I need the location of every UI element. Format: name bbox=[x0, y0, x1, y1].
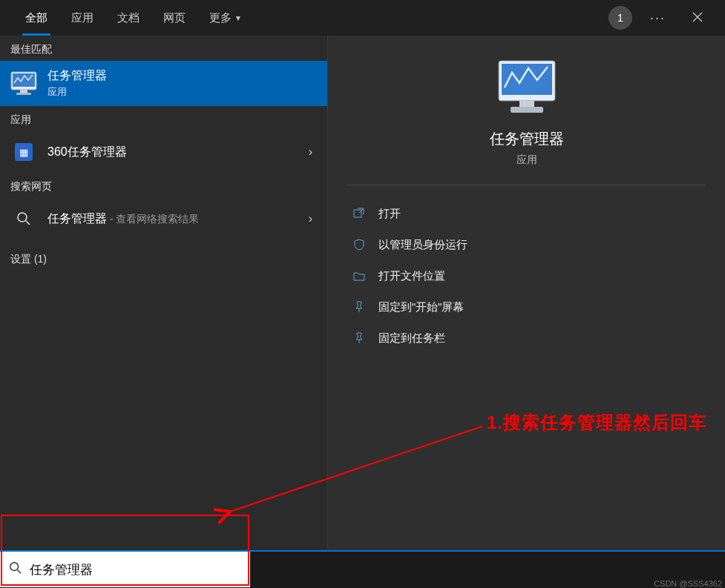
chevron-right-icon[interactable]: › bbox=[304, 212, 317, 225]
result-360-task-manager[interactable]: ▦ 360任务管理器 › bbox=[0, 131, 327, 173]
result-task-manager[interactable]: 任务管理器 应用 bbox=[0, 61, 327, 106]
notification-badge[interactable]: 1 bbox=[608, 6, 632, 30]
svg-rect-8 bbox=[519, 101, 534, 107]
section-best-match: 最佳匹配 bbox=[0, 36, 327, 61]
result-title: 360任务管理器 bbox=[47, 145, 294, 160]
action-label: 固定到任务栏 bbox=[378, 331, 445, 346]
tab-documents[interactable]: 文档 bbox=[105, 0, 151, 36]
action-open-file-location[interactable]: 打开文件位置 bbox=[346, 261, 707, 291]
top-bar: 全部 应用 文档 网页 更多▼ 1 ··· bbox=[0, 0, 725, 36]
detail-title: 任务管理器 bbox=[490, 129, 564, 149]
svg-rect-9 bbox=[511, 107, 543, 113]
section-apps: 应用 bbox=[0, 106, 327, 131]
section-web: 搜索网页 bbox=[0, 173, 327, 198]
task-manager-large-icon bbox=[496, 58, 558, 116]
pin-icon bbox=[352, 331, 367, 346]
folder-icon bbox=[352, 268, 367, 283]
action-open[interactable]: 打开 bbox=[346, 199, 707, 228]
svg-rect-2 bbox=[20, 90, 27, 93]
svg-line-13 bbox=[18, 570, 22, 574]
search-icon bbox=[9, 561, 22, 578]
action-list: 打开 以管理员身份运行 打开文件位置 固定到"开始"屏幕 固定到任务栏 bbox=[346, 199, 707, 353]
section-settings[interactable]: 设置 (1) bbox=[0, 245, 327, 271]
chevron-right-icon[interactable]: › bbox=[304, 145, 317, 159]
filter-tabs: 全部 应用 文档 网页 更多▼ bbox=[13, 0, 254, 36]
action-pin-to-start[interactable]: 固定到"开始"屏幕 bbox=[346, 292, 707, 322]
search-input[interactable] bbox=[30, 562, 241, 577]
tab-all[interactable]: 全部 bbox=[13, 0, 59, 36]
detail-pane: 任务管理器 应用 打开 以管理员身份运行 打开文件位置 固定到"开始"屏幕 bbox=[328, 36, 725, 550]
svg-point-12 bbox=[10, 563, 19, 571]
detail-subtitle: 应用 bbox=[516, 153, 537, 167]
svg-point-4 bbox=[18, 213, 27, 222]
svg-line-5 bbox=[26, 221, 30, 225]
search-bar[interactable] bbox=[0, 550, 250, 587]
tab-web[interactable]: 网页 bbox=[151, 0, 197, 36]
result-web-search[interactable]: 任务管理器 - 查看网络搜索结果 › bbox=[0, 198, 327, 240]
action-label: 固定到"开始"屏幕 bbox=[378, 300, 464, 314]
tab-more[interactable]: 更多▼ bbox=[197, 0, 254, 36]
chevron-down-icon: ▼ bbox=[234, 14, 242, 22]
task-manager-icon bbox=[10, 70, 37, 97]
close-button[interactable] bbox=[683, 4, 712, 32]
result-subtitle: 应用 bbox=[47, 85, 317, 99]
action-label: 打开 bbox=[378, 207, 401, 221]
taskbar-area: CSDN @SSS4362 bbox=[250, 550, 725, 588]
action-pin-to-taskbar[interactable]: 固定到任务栏 bbox=[346, 323, 707, 353]
result-title: 任务管理器 bbox=[47, 68, 317, 84]
svg-rect-10 bbox=[354, 210, 361, 217]
svg-rect-3 bbox=[16, 93, 31, 95]
more-options-icon[interactable]: ··· bbox=[650, 10, 666, 26]
action-label: 打开文件位置 bbox=[378, 269, 445, 283]
shield-icon bbox=[352, 237, 367, 252]
divider bbox=[347, 185, 706, 185]
pin-icon bbox=[352, 300, 367, 314]
action-label: 以管理员身份运行 bbox=[378, 238, 468, 252]
app-icon: ▦ bbox=[10, 139, 37, 165]
results-pane: 最佳匹配 任务管理器 应用 应用 ▦ 360任务管理 bbox=[0, 36, 328, 550]
tab-apps[interactable]: 应用 bbox=[59, 0, 105, 36]
result-title: 任务管理器 - 查看网络搜索结果 bbox=[47, 211, 294, 227]
open-icon bbox=[352, 206, 367, 221]
watermark: CSDN @SSS4362 bbox=[654, 579, 722, 588]
search-icon bbox=[10, 205, 37, 232]
close-icon bbox=[692, 12, 703, 22]
action-run-as-admin[interactable]: 以管理员身份运行 bbox=[346, 230, 707, 260]
